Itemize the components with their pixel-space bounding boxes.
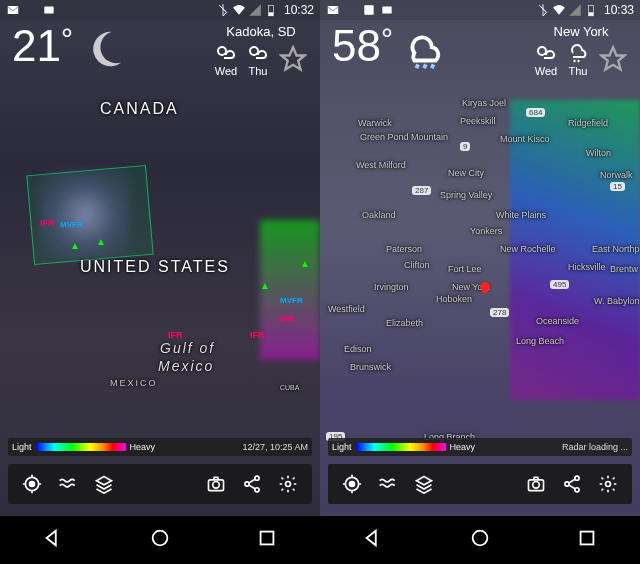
legend-timestamp: 12/27, 10:25 AM [242,442,308,452]
locate-icon[interactable] [14,466,50,502]
map-city-label: Clifton [404,260,430,270]
svg-rect-1 [44,7,53,14]
map-city-label: Edison [344,344,372,354]
screenshot-icon [380,3,394,17]
screen-right: 10:33 58° New York Wed Thu [320,0,640,564]
favorite-star-icon[interactable] [598,44,628,74]
route-shield: 278 [490,308,509,317]
svg-rect-16 [328,6,339,14]
gear-icon[interactable] [270,466,306,502]
map-city-label: Oakland [362,210,396,220]
map-city-label: Spring Valley [440,190,492,200]
gear-icon[interactable] [590,466,626,502]
svg-point-5 [250,47,258,55]
map-city-label: Mount Kisco [500,134,550,144]
legend-heavy: Heavy [130,442,156,452]
layers-icon[interactable] [406,466,442,502]
bluetooth-icon [536,3,550,17]
forecast-day-wed[interactable]: Wed [214,41,238,77]
android-navbar [0,516,320,564]
map-city-label: Westfield [328,304,365,314]
forecast-day-thu[interactable]: Thu [566,41,590,77]
camera-icon[interactable] [518,466,554,502]
map-city-label: New City [448,168,484,178]
layers-icon[interactable] [86,466,122,502]
map-toolbar [328,464,632,504]
map-city-label: New Rochelle [500,244,556,254]
svg-point-13 [286,482,291,487]
download-icon [24,3,38,17]
camera-icon[interactable] [198,466,234,502]
weather-header: 21° Kadoka, SD Wed Thu [0,20,320,79]
route-shield: 684 [526,108,545,117]
share-icon[interactable] [554,466,590,502]
legend-light: Light [332,442,352,452]
svg-point-30 [473,531,488,546]
map-city-label: White Plains [496,210,546,220]
status-bar: 10:32 [0,0,320,20]
legend-spectrum [36,443,126,451]
map-city-label: Paterson [386,244,422,254]
map-label-gulf2: Mexico [158,358,214,374]
animation-icon[interactable] [50,466,86,502]
map-city-label: Irvington [374,282,409,292]
map-label-usa: UNITED STATES [80,258,230,276]
recent-button[interactable] [576,527,598,553]
location-label[interactable]: Kadoka, SD [226,24,295,39]
map-city-label: Warwick [358,118,392,128]
screen-left: 10:32 21° Kadoka, SD Wed Thu [0,0,320,564]
home-button[interactable] [149,527,171,553]
map-city-label: West Milford [356,160,406,170]
map-city-label: Oceanside [536,316,579,326]
map-city-label: Hicksville [568,262,606,272]
route-shield: 15 [610,182,625,191]
location-label[interactable]: New York [554,24,609,39]
svg-point-4 [218,47,226,55]
svg-point-25 [533,482,540,489]
back-button[interactable] [362,527,384,553]
share-icon[interactable] [234,466,270,502]
map-city-label: W. Babylon [594,296,640,306]
map-city-label: Hoboken [436,294,472,304]
map-city-label: Green Pond Mountain [360,132,448,142]
map-toolbar [8,464,312,504]
favorite-star-icon[interactable] [278,44,308,74]
status-bar: 10:33 [320,0,640,20]
svg-point-6 [30,482,35,487]
screenshot-icon [42,3,56,17]
bluetooth-icon [216,3,230,17]
battery-icon [584,3,598,17]
home-button[interactable] [469,527,491,553]
map-label-mexico: MEXICO [110,378,158,388]
map-city-label: Long Beach [516,336,564,346]
map-label-canada: CANADA [100,100,179,118]
svg-rect-0 [8,6,19,14]
map-label-gulf: Gulf of [160,340,215,356]
signal-icon [568,3,582,17]
map-city-label: Brentw [610,264,638,274]
map-city-label: Elizabeth [386,318,423,328]
wifi-icon [552,3,566,17]
svg-rect-20 [589,12,594,16]
forecast-day-wed[interactable]: Wed [534,41,558,77]
forecast-day-thu[interactable]: Thu [246,41,270,77]
android-navbar [320,516,640,564]
svg-point-21 [538,47,546,55]
recent-button[interactable] [256,527,278,553]
svg-point-29 [606,482,611,487]
map-city-label: Norwalk [600,170,633,180]
svg-rect-31 [580,532,593,545]
svg-rect-18 [382,7,391,14]
radar-legend: Light Heavy Radar loading ... [328,438,632,456]
svg-rect-15 [260,532,273,545]
legend-heavy: Heavy [450,442,476,452]
locate-icon[interactable] [334,466,370,502]
map-city-label: Peekskill [460,116,496,126]
map-city-label: Kiryas Joel [462,98,506,108]
legend-light: Light [12,442,32,452]
back-button[interactable] [42,527,64,553]
map-label-cuba: CUBA [280,384,299,391]
weather-header: 58° New York Wed Thu [320,20,640,79]
image-icon [362,3,376,17]
animation-icon[interactable] [370,466,406,502]
